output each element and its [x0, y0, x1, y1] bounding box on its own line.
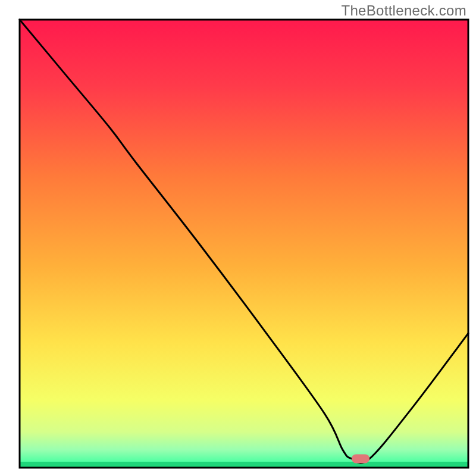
bottleneck-chart	[0, 0, 476, 476]
optimum-marker	[352, 454, 369, 463]
gradient-background	[20, 20, 468, 468]
chart-container: { "watermark": "TheBottleneck.com", "cha…	[0, 0, 476, 476]
